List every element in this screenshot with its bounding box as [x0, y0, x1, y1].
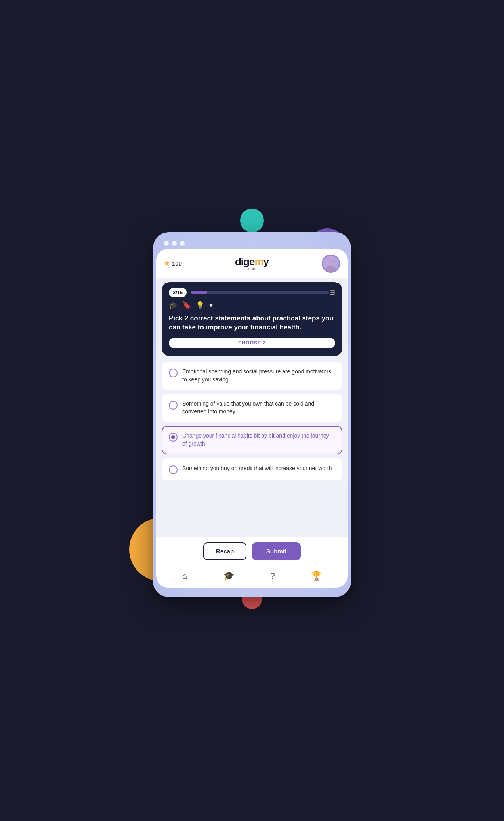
- nav-trophy[interactable]: 🏆: [311, 571, 322, 581]
- home-icon: ⌂: [182, 571, 187, 581]
- nav-learn[interactable]: 🎓: [223, 571, 234, 581]
- score-value: 100: [172, 260, 182, 267]
- answer-text-1: Emotional spending and social pressure a…: [182, 368, 335, 383]
- app-header: ★ 100 digemy .com: [156, 249, 348, 278]
- phone-frame: ★ 100 digemy .com: [153, 232, 351, 597]
- nav-home[interactable]: ⌂: [182, 571, 187, 581]
- avatar[interactable]: [322, 255, 340, 273]
- progress-bar-fill: [191, 291, 207, 294]
- logo-sub: .com: [247, 266, 257, 271]
- radio-3: [169, 433, 178, 442]
- window-dot-3: [180, 241, 185, 246]
- radio-1: [169, 369, 178, 377]
- learn-icon: 🎓: [223, 571, 234, 581]
- progress-badge: 2/16: [169, 288, 187, 297]
- progress-area: 2/16: [169, 288, 329, 297]
- phone-inner: ★ 100 digemy .com: [156, 249, 348, 588]
- answer-text-4: Something you buy on credit that will in…: [182, 465, 332, 473]
- star-icon: ★: [164, 260, 170, 267]
- teal-blob: [240, 209, 264, 232]
- answer-text-2: Something of value that you own that can…: [182, 400, 335, 415]
- recap-button[interactable]: Recap: [203, 542, 246, 560]
- help-icon: ?: [270, 571, 275, 581]
- svg-point-1: [326, 266, 336, 272]
- answer-item-1[interactable]: Emotional spending and social pressure a…: [162, 362, 342, 390]
- answer-item-4[interactable]: Something you buy on credit that will in…: [162, 458, 342, 480]
- scene: ★ 100 digemy .com: [145, 216, 359, 605]
- progress-bar-bg: [191, 291, 329, 294]
- logo-wrap: digemy .com: [235, 256, 269, 271]
- svg-point-0: [328, 258, 334, 265]
- graduation-icon: 🎓: [169, 301, 178, 310]
- stars-score: ★ 100: [164, 260, 182, 267]
- radio-2: [169, 401, 178, 410]
- bookmark-icon: 🔖: [182, 301, 191, 310]
- bottom-nav: ⌂ 🎓 ? 🏆: [156, 566, 348, 588]
- card-top: 2/16 ⊟: [169, 288, 335, 297]
- answer-item-2[interactable]: Something of value that you own that can…: [162, 394, 342, 422]
- chevron-down-icon[interactable]: ▾: [209, 301, 213, 310]
- logo-dot: m: [254, 256, 263, 268]
- choose-badge: CHOOSE 2: [169, 338, 335, 348]
- answer-item-3[interactable]: Change your financial habits bit by bit …: [162, 426, 342, 454]
- radio-4: [169, 465, 178, 474]
- window-dot-1: [164, 241, 169, 246]
- submit-button[interactable]: Submit: [252, 542, 301, 560]
- answers-section: Emotional spending and social pressure a…: [156, 356, 348, 536]
- footer-buttons: Recap Submit: [156, 537, 348, 566]
- question-card: 2/16 ⊟ 🎓 🔖 💡 ▾ Pick 2 correct statements…: [162, 282, 342, 356]
- settings-icon[interactable]: ⊟: [329, 288, 335, 297]
- window-dot-2: [172, 241, 177, 246]
- window-dots: [156, 235, 348, 249]
- bulb-icon: 💡: [196, 301, 204, 310]
- question-text: Pick 2 correct statements about practica…: [169, 314, 335, 333]
- card-icons: 🎓 🔖 💡 ▾: [169, 301, 335, 310]
- nav-help[interactable]: ?: [270, 571, 275, 581]
- radio-inner-3: [171, 435, 175, 439]
- trophy-icon: 🏆: [311, 571, 322, 581]
- answer-text-3: Change your financial habits bit by bit …: [182, 432, 335, 448]
